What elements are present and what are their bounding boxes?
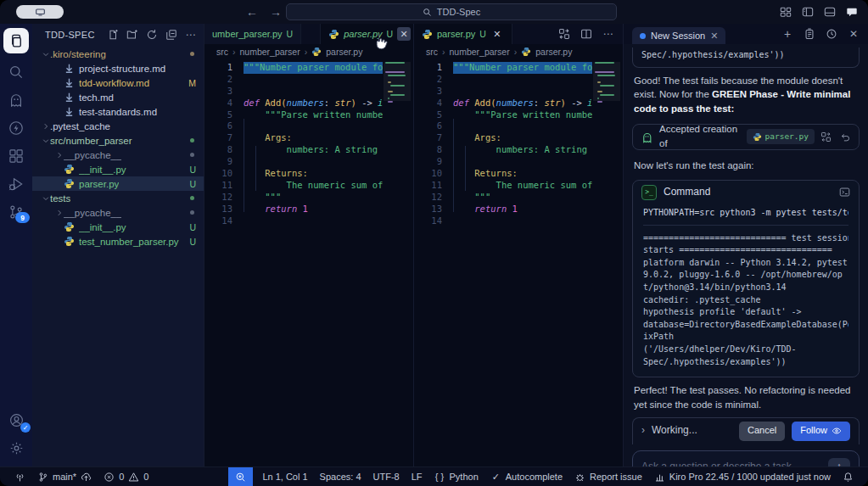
code-line: 7 Args: <box>204 132 413 144</box>
tree-item-test-standards-md[interactable]: test-standards.md <box>32 104 204 119</box>
status-bug[interactable]: Report issue <box>568 467 648 486</box>
compare-icon[interactable] <box>558 28 570 40</box>
status-spaces-4[interactable]: Spaces: 4 <box>314 467 367 486</box>
tree-item-label: __init__.py <box>79 165 126 175</box>
collapse-all-icon[interactable] <box>165 29 177 41</box>
new-file-icon[interactable] <box>107 29 119 41</box>
tree-item-tdd-workflow-md[interactable]: tdd-workflow.mdM <box>32 75 204 90</box>
activity-item-ghost[interactable] <box>3 86 29 114</box>
chat-tab-close-icon[interactable]: ✕ <box>710 31 718 42</box>
activity-item-grid[interactable] <box>3 142 29 170</box>
expand-chevron-icon[interactable]: › <box>641 423 645 438</box>
window-controls-pill[interactable] <box>16 5 64 19</box>
nav-forward-icon[interactable]: → <box>270 5 282 19</box>
status-remote[interactable] <box>8 467 31 486</box>
file-chip-parser-py[interactable]: parser.py <box>747 129 815 144</box>
status-utf-8[interactable]: UTF-8 <box>367 467 406 486</box>
tree-item-parser-py[interactable]: parser.pyU <box>32 176 204 191</box>
status-bell[interactable] <box>837 467 860 486</box>
breadcrumb-segment[interactable]: number_parser <box>240 47 300 57</box>
undo-icon[interactable] <box>840 131 851 142</box>
activity-item-files[interactable] <box>3 28 29 53</box>
editor-tab-umber-parser-py[interactable]: umber_parser.pyU <box>204 24 301 44</box>
python-file-icon <box>521 47 531 57</box>
follow-button[interactable]: Follow <box>792 422 850 441</box>
minimap[interactable] <box>385 62 411 467</box>
tab-close-icon[interactable]: ✕ <box>397 27 411 41</box>
command-center-search[interactable]: TDD-Spec <box>286 3 617 20</box>
new-folder-icon[interactable] <box>126 29 138 41</box>
code-editor[interactable]: 1"""Number parser module for t234def Add… <box>414 59 623 467</box>
activity-item-debug[interactable] <box>3 170 29 198</box>
breadcrumb-segment[interactable]: parser.py <box>535 47 572 57</box>
more-icon[interactable]: ⋯ <box>602 28 614 40</box>
tab-git-badge: U <box>479 29 486 39</box>
tree-item-tech-md[interactable]: tech.md <box>32 90 204 104</box>
python-file-icon <box>64 178 75 189</box>
command-card-header: >_Command <box>633 181 859 204</box>
terminal-icon[interactable] <box>839 187 850 198</box>
tree-item--init-py[interactable]: __init__.pyU <box>32 162 204 176</box>
tree-item-test-number-parser-py[interactable]: test_number_parser.pyU <box>32 234 204 249</box>
output-line: t/python@3.14/bin/python3.14 <box>643 282 848 294</box>
status-feedback[interactable] <box>228 467 253 486</box>
tree-item-src-number-parser[interactable]: src/number_parser <box>32 133 204 148</box>
chart-icon <box>654 472 665 483</box>
layout-grid-icon[interactable] <box>780 6 792 18</box>
tree-item--kiro-steering[interactable]: .kiro/steering <box>32 47 204 61</box>
editor-tab-parser-py[interactable]: parser.pyU✕ <box>320 24 419 44</box>
history-icon[interactable] <box>826 28 837 40</box>
tree-item-project-structure-md[interactable]: project-structure.md <box>32 61 204 75</box>
breadcrumb[interactable]: src›number_parser›parser.py <box>414 44 623 59</box>
split-icon[interactable] <box>580 28 592 40</box>
chat-bubble-icon[interactable] <box>846 6 858 18</box>
code-line: 11 The numeric sum of the <box>414 180 623 192</box>
cancel-button[interactable]: Cancel <box>739 422 785 441</box>
output-line: starts ============================== <box>643 244 848 257</box>
status-branch[interactable]: main* <box>31 467 98 486</box>
minimap[interactable] <box>595 62 620 467</box>
breadcrumb-segment[interactable]: number_parser <box>450 47 510 57</box>
new-session-icon[interactable]: + <box>781 28 793 40</box>
close-icon[interactable]: ✕ <box>848 28 860 40</box>
editor-tab-parser-py[interactable]: parser.pyU✕ <box>414 24 512 44</box>
activity-item-gear[interactable] <box>3 434 29 462</box>
explorer-sidebar: TDD-SPEC ⋯ .kiro/steeringproject-structu… <box>32 24 204 467</box>
tree-item--pycache-[interactable]: __pycache__ <box>32 148 204 162</box>
markdown-file-icon <box>64 77 75 88</box>
session-list-icon[interactable] <box>804 28 815 40</box>
code-line: 3 <box>204 86 413 98</box>
chat-input-box[interactable]: Ask a question or describe a task...↑#Au… <box>632 450 860 467</box>
status-error[interactable]: 00 <box>98 467 154 486</box>
working-status-row: ›Working...CancelFollow <box>632 417 860 444</box>
compare-icon[interactable] <box>820 131 832 142</box>
tab-close-icon[interactable]: ✕ <box>490 27 504 41</box>
breadcrumb-segment[interactable]: src <box>426 47 438 57</box>
status-ln-1-col-1[interactable]: Ln 1, Col 1 <box>256 467 313 486</box>
python-file-icon <box>753 132 762 142</box>
assistant-message: Perfect! The test passes. No refactoring… <box>634 383 858 411</box>
activity-item-search[interactable] <box>3 58 29 86</box>
nav-back-icon[interactable]: ← <box>246 5 258 19</box>
activity-item-git[interactable]: 9 <box>3 198 29 226</box>
status-lf[interactable]: LF <box>406 467 428 486</box>
breadcrumb-segment[interactable]: src <box>216 47 228 57</box>
more-icon[interactable]: ⋯ <box>185 29 197 41</box>
refresh-icon[interactable] <box>146 29 158 41</box>
activity-item-zap[interactable] <box>3 114 29 142</box>
breadcrumb[interactable]: src›number_parser›parser.py <box>204 44 413 59</box>
status-braces[interactable]: { }Python <box>428 467 484 486</box>
editor-group-1: umber_parser.pyUparser.pyU✕⋯src›number_p… <box>204 24 413 467</box>
tree-item--pycache-[interactable]: __pycache__ <box>32 205 204 220</box>
tree-item-tests[interactable]: tests <box>32 191 204 205</box>
toggle-panel-icon[interactable] <box>824 6 836 18</box>
code-editor[interactable]: 1"""Number parser module for t234def Add… <box>204 59 413 467</box>
tree-item--pytest-cache[interactable]: .pytest_cache <box>32 119 204 133</box>
breadcrumb-segment[interactable]: parser.py <box>326 47 362 57</box>
toggle-sidebar-icon[interactable] <box>802 6 814 18</box>
status-chart[interactable]: Kiro Pro 22.45 / 1000 updated just now <box>648 467 837 486</box>
status-check[interactable]: ✓Autocomplete <box>484 467 568 486</box>
tree-item--init-py[interactable]: __init__.pyU <box>32 220 204 234</box>
chat-tab-new-session[interactable]: New Session ✕ <box>632 27 725 44</box>
activity-item-account[interactable]: ✓ <box>3 406 29 434</box>
